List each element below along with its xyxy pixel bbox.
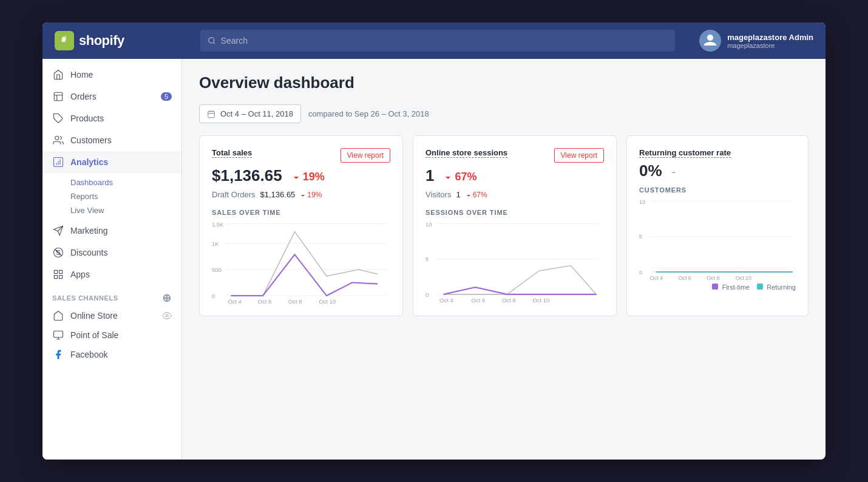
total-sales-sub-change: 19% [300,191,322,199]
sidebar-label-products: Products [70,114,104,123]
eye-icon[interactable] [162,311,172,321]
sidebar-item-products[interactable]: Products [42,107,181,129]
orders-badge: 5 [161,92,172,101]
svg-text:5: 5 [426,256,429,262]
legend-first-time: First-time [712,283,750,291]
returning-dot [757,283,763,290]
svg-text:500: 500 [212,266,222,273]
sidebar-channel-online-store[interactable]: Online Store [42,306,181,325]
home-icon [52,69,64,81]
svg-text:Oct 10: Oct 10 [319,298,336,304]
discounts-icon [52,246,64,259]
svg-rect-14 [54,270,57,273]
calendar-icon [207,110,215,118]
sessions-sub-change: 67% [466,191,487,199]
down-arrow-icon [292,172,300,181]
sidebar-item-customers[interactable]: Customers [42,129,181,151]
facebook-label: Facebook [70,350,107,359]
sidebar-item-discounts[interactable]: Discounts [42,242,181,263]
sessions-chart-label: SESSIONS OVER TIME [426,209,604,216]
sidebar-channel-pos[interactable]: Point of Sale [42,325,181,345]
sales-over-time-svg: 1.5K 1K 500 0 [212,219,390,304]
sidebar-item-apps[interactable]: Apps [42,263,181,285]
returning-customer-card: Returning customer rate 0% - CUSTOMERS 1… [626,135,809,316]
svg-rect-15 [59,270,63,273]
sessions-value-row: 1 67% [426,166,604,185]
total-sales-sub: Draft Orders $1,136.65 19% [212,190,390,199]
sidebar-channel-facebook[interactable]: Facebook [42,345,181,364]
svg-text:1K: 1K [212,240,219,247]
svg-text:0: 0 [426,291,429,298]
products-icon [52,112,64,124]
sidebar-label-orders: Orders [70,92,97,101]
sidebar-sub-dashboards[interactable]: Dashboards [70,175,181,189]
user-info: mageplazastore Admin mageplazastore [727,33,813,49]
sidebar-item-analytics[interactable]: Analytics [42,151,181,173]
sales-chart: 1.5K 1K 500 0 [212,219,390,304]
sessions-sub: Visitors 1 67% [426,190,604,199]
sessions-over-time-svg: 10 5 0 Oct 4 Oct 6 Oct 8 [426,219,604,304]
returning-value-row: 0% - [639,161,796,182]
facebook-icon [52,348,64,361]
total-sales-title: Total sales [212,148,252,158]
user-area: mageplazastore Admin mageplazastore [699,30,813,52]
apps-icon [52,268,64,280]
sidebar-label-analytics: Analytics [70,157,108,167]
total-sales-header: Total sales View report [212,148,390,163]
svg-rect-22 [208,111,215,118]
total-sales-view-report-button[interactable]: View report [341,148,390,163]
orders-icon [52,90,64,103]
add-channel-button[interactable]: ⊕ [162,293,172,304]
returning-title: Returning customer rate [639,148,731,158]
svg-text:Oct 4: Oct 4 [439,297,453,304]
svg-line-13 [55,249,62,256]
analytics-submenu: Dashboards Reports Live View [42,173,181,220]
date-range-label: Oct 4 – Oct 11, 2018 [220,109,293,118]
online-store-label: Online Store [70,311,118,321]
customers-chart-label: CUSTOMERS [639,186,796,194]
sidebar-item-orders[interactable]: Orders 5 [42,86,181,107]
total-sales-value-row: $1,136.65 19% [212,166,390,185]
sessions-view-report-button[interactable]: View report [554,148,604,163]
search-bar[interactable] [200,30,675,52]
svg-text:0: 0 [639,270,642,276]
svg-point-6 [55,136,59,140]
sessions-down-arrow-icon [444,172,452,181]
date-range-button[interactable]: Oct 4 – Oct 11, 2018 [199,104,301,123]
avatar [699,30,721,52]
sidebar-label-marketing: Marketing [70,226,107,236]
svg-text:Oct 8: Oct 8 [502,297,516,304]
pos-label: Point of Sale [70,330,118,340]
svg-rect-17 [59,276,63,279]
first-time-dot [712,283,718,290]
user-store: mageplazastore [727,42,813,49]
search-input[interactable] [221,36,668,46]
sidebar-sub-reports[interactable]: Reports [70,189,181,203]
sessions-change: 67% [444,171,476,183]
sidebar-item-home[interactable]: Home [42,64,181,86]
returning-header: Returning customer rate [639,148,796,158]
user-name: mageplazastore Admin [727,33,813,42]
sidebar-sub-liveview[interactable]: Live View [70,203,181,217]
svg-text:Oct 10: Oct 10 [532,297,549,304]
svg-rect-2 [54,92,63,101]
svg-text:10: 10 [639,199,645,205]
shopify-logo-icon [55,31,74,50]
chart-legend: First-time Returning [639,283,796,291]
returning-chart-svg: 10 5 0 Oct 4 Oct 6 Oct 8 O [639,196,796,281]
compare-text: compared to Sep 26 – Oct 3, 2018 [308,109,429,118]
svg-rect-16 [54,276,57,279]
sidebar-label-apps: Apps [70,270,90,279]
legend-returning: Returning [757,283,796,291]
pos-icon [52,329,64,341]
sidebar-item-marketing[interactable]: Marketing [42,220,181,242]
topbar: shopify mageplazastore Admin mageplazast… [42,22,826,59]
marketing-icon [52,225,64,237]
logo-text: shopify [79,33,124,49]
main-content: Overview dashboard Oct 4 – Oct 11, 2018 … [182,59,826,460]
svg-text:Oct 8: Oct 8 [288,298,302,304]
channels-section-label: SALES CHANNELS ⊕ [42,285,181,306]
page-title: Overview dashboard [199,73,809,92]
svg-text:Oct 10: Oct 10 [736,275,751,281]
svg-text:Oct 6: Oct 6 [679,275,691,281]
